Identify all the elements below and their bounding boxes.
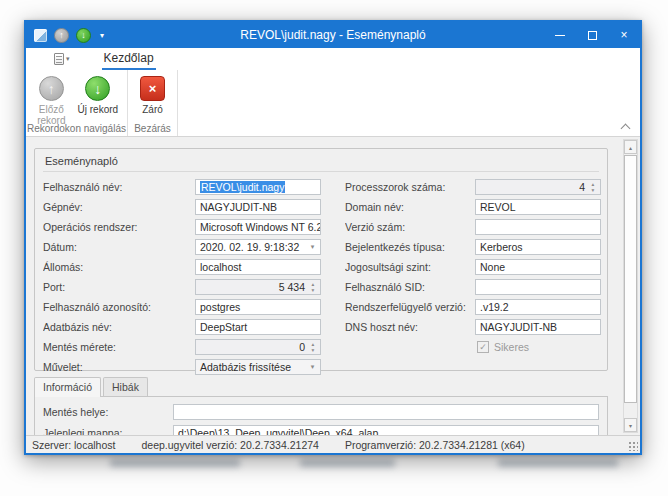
quick-access-caret-icon[interactable]: ▾ xyxy=(98,31,104,40)
field-label: Felhasználó SID: xyxy=(345,281,475,293)
background-blur-strip xyxy=(498,459,618,467)
chevron-down-icon: ▾ xyxy=(66,55,70,63)
port-stepper[interactable]: 5 434▴▾ xyxy=(195,279,321,295)
username-input[interactable]: REVOL\judit.nagy xyxy=(195,179,321,195)
supervisor-version-input[interactable]: .v19.2 xyxy=(475,299,601,315)
date-picker[interactable]: 2020. 02. 19. 9:18:32▾ xyxy=(195,239,321,255)
tab-kezdolap[interactable]: Kezdőlap xyxy=(102,49,156,70)
titlebar[interactable]: REVOL\judit.nagy - Eseménynapló ↑ ↓ ▾ × xyxy=(26,22,640,48)
window-controls: × xyxy=(544,22,640,48)
field-label: Domain név: xyxy=(345,201,475,213)
down-arrow-circle-icon: ↓ xyxy=(85,76,110,101)
ribbon-group-caption: Rekordokon navigálás xyxy=(26,123,127,134)
ribbon-collapse-chevron-icon[interactable] xyxy=(622,122,630,130)
field-label: Művelet: xyxy=(43,361,195,373)
form-right-column: Processzorok száma: 4▴▾ Domain név: REVO… xyxy=(345,179,601,379)
machine-name-input[interactable]: NAGYJUDIT-NB xyxy=(195,199,321,215)
app-menu-icon xyxy=(54,53,64,65)
maximize-button[interactable] xyxy=(576,22,608,48)
field-label: Állomás: xyxy=(43,261,195,273)
app-window: REVOL\judit.nagy - Eseménynapló ↑ ↓ ▾ × … xyxy=(24,20,642,455)
ribbon-group-navigation: ↑ Előző rekord ↓ Új rekord Rekordokon na… xyxy=(26,70,128,136)
resize-grip[interactable] xyxy=(628,441,638,451)
checkbox-label: Sikeres xyxy=(494,341,529,353)
event-log-groupbox: Eseménynapló Felhasználó név: REVOL\judi… xyxy=(34,148,608,371)
status-deep-version: deep.ugyvitel verzió: 20.2.7334.21274 xyxy=(141,439,318,451)
status-bar: Szerver: localhost deep.ugyvitel verzió:… xyxy=(26,435,640,453)
bottom-tab-section: Információ Hibák Mentés helye: Jelenlegi… xyxy=(34,377,608,435)
field-label: Port: xyxy=(43,281,195,293)
dns-host-input[interactable]: NAGYJUDIT-NB xyxy=(475,319,601,335)
field-label: Processzorok száma: xyxy=(345,181,475,193)
selected-text: REVOL\judit.nagy xyxy=(200,181,285,193)
app-menu-button[interactable]: ▾ xyxy=(54,53,70,65)
maximize-icon xyxy=(588,31,597,40)
field-label: DNS hoszt név: xyxy=(345,321,475,333)
os-input[interactable]: Microsoft Windows NT 6.2.9200. xyxy=(195,219,321,235)
user-id-input[interactable]: postgres xyxy=(195,299,321,315)
field-label: Mentés mérete: xyxy=(43,341,195,353)
host-input[interactable]: localhost xyxy=(195,259,321,275)
save-location-input[interactable] xyxy=(173,404,599,420)
minimize-button[interactable] xyxy=(544,22,576,48)
vertical-scrollbar[interactable]: ▴ ▾ xyxy=(623,139,638,433)
tab-hibak[interactable]: Hibák xyxy=(103,377,148,396)
close-record-label: Záró xyxy=(142,104,163,115)
tab-strip: Információ Hibák xyxy=(34,377,608,396)
ribbon: ▾ Kezdőlap ↑ Előző rekord ↓ Új rekord Re… xyxy=(26,48,640,137)
field-label: Bejelentkezés típusa: xyxy=(345,241,475,253)
chevron-down-icon: ▾ xyxy=(307,360,318,374)
version-number-input[interactable] xyxy=(475,219,601,235)
field-label: Felhasználó azonosító: xyxy=(43,301,195,313)
field-label: Mentés helye: xyxy=(43,406,173,418)
client-area: Eseménynapló Felhasználó név: REVOL\judi… xyxy=(26,137,640,435)
ribbon-group-close: × Záró Bezárás xyxy=(128,70,178,136)
domain-name-input[interactable]: REVOL xyxy=(475,199,601,215)
scroll-up-icon[interactable]: ▴ xyxy=(624,140,637,154)
close-x-icon: × xyxy=(140,76,165,101)
prev-record-button[interactable]: ↑ Előző rekord xyxy=(30,74,73,126)
field-label: Felhasználó név: xyxy=(43,181,195,193)
background-blur-strip xyxy=(300,459,395,467)
new-record-button[interactable]: ↓ Új rekord xyxy=(73,74,123,115)
scrollbar-thumb[interactable] xyxy=(624,155,637,403)
current-folder-input[interactable]: d:\Deep\13_Deep_ugyvitel\Deep_x64_alap xyxy=(173,425,599,435)
quick-prev-record-icon[interactable]: ↑ xyxy=(54,28,69,43)
form-left-column: Felhasználó név: REVOL\judit.nagy Gépnév… xyxy=(43,179,321,379)
quick-access-toolbar: ↑ ↓ ▾ xyxy=(26,28,104,43)
processor-count-stepper[interactable]: 4▴▾ xyxy=(475,179,601,195)
ribbon-tab-row: ▾ Kezdőlap xyxy=(26,48,640,70)
background-blur-strip xyxy=(110,459,240,467)
database-name-input[interactable]: DeepStart xyxy=(195,319,321,335)
tab-informacio[interactable]: Információ xyxy=(34,377,101,397)
scroll-down-icon[interactable]: ▾ xyxy=(624,418,637,432)
privilege-level-input[interactable]: None xyxy=(475,259,601,275)
minimize-icon xyxy=(555,35,565,36)
field-label: Gépnév: xyxy=(43,201,195,213)
close-record-button[interactable]: × Záró xyxy=(132,74,173,115)
close-button[interactable]: × xyxy=(608,22,640,48)
ribbon-group-caption: Bezárás xyxy=(128,123,177,134)
field-label: Dátum: xyxy=(43,241,195,253)
spinner-buttons-icon[interactable]: ▴▾ xyxy=(587,180,599,194)
save-size-stepper[interactable]: 0▴▾ xyxy=(195,339,321,355)
success-checkbox[interactable]: ✓ Sikeres xyxy=(477,341,601,353)
field-label: Jelenlegi mappa: xyxy=(43,427,173,435)
user-sid-input[interactable] xyxy=(475,279,601,295)
app-icon[interactable] xyxy=(34,29,47,42)
groupbox-title: Eseménynapló xyxy=(43,153,599,172)
tab-panel: Mentés helye: Jelenlegi mappa: d:\Deep\1… xyxy=(34,396,608,435)
checkbox-check-icon: ✓ xyxy=(477,341,489,353)
ribbon-body: ↑ Előző rekord ↓ Új rekord Rekordokon na… xyxy=(26,70,640,136)
status-server: Szerver: localhost xyxy=(32,439,115,451)
field-label: Jogosultsági szint: xyxy=(345,261,475,273)
quick-new-record-icon[interactable]: ↓ xyxy=(76,28,91,43)
field-label: Operációs rendszer: xyxy=(43,221,195,233)
chevron-down-icon[interactable]: ▾ xyxy=(307,240,318,254)
spinner-buttons-icon[interactable]: ▴▾ xyxy=(307,340,319,354)
field-label: Rendszerfelügyelő verzió: xyxy=(345,301,475,313)
login-type-input[interactable]: Kerberos xyxy=(475,239,601,255)
up-arrow-circle-icon: ↑ xyxy=(39,76,64,101)
operation-select[interactable]: Adatbázis frissítése▾ xyxy=(195,359,321,375)
spinner-buttons-icon[interactable]: ▴▾ xyxy=(307,280,319,294)
